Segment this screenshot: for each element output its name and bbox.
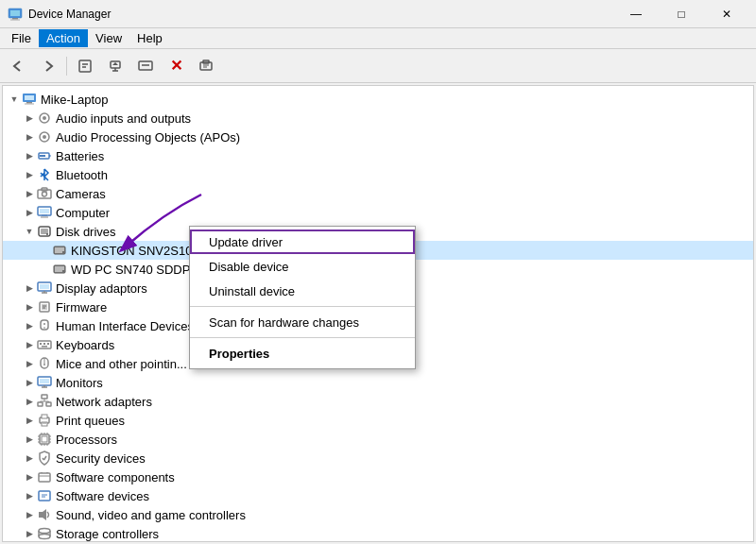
svg-line-92 xyxy=(44,456,47,460)
tree-bluetooth[interactable]: ▶ Bluetooth xyxy=(3,165,753,184)
tree-toggle-computer[interactable]: ▶ xyxy=(22,205,37,220)
bluetooth-icon xyxy=(37,167,52,182)
tree-batteries-label: Batteries xyxy=(56,149,104,163)
tree-toggle-audio[interactable]: ▶ xyxy=(22,110,37,126)
context-menu-update-driver[interactable]: Update driver xyxy=(190,230,415,254)
tree-firmware-label: Firmware xyxy=(56,300,107,314)
tree-toggle-batteries[interactable]: ▶ xyxy=(22,148,37,163)
tree-print[interactable]: ▶ Print queues xyxy=(3,411,753,430)
tree-toggle-sound[interactable]: ▶ xyxy=(22,507,37,522)
tree-monitors[interactable]: ▶ Monitors xyxy=(3,373,753,392)
menu-help[interactable]: Help xyxy=(129,29,170,47)
svg-rect-63 xyxy=(40,379,49,383)
window-controls: — □ ✕ xyxy=(614,0,748,28)
tree-apo-label: Audio Processing Objects (APOs) xyxy=(56,130,240,144)
svg-point-23 xyxy=(43,135,46,139)
tree-cameras[interactable]: ▶ Cameras xyxy=(3,184,753,203)
tree-toggle-bluetooth[interactable]: ▶ xyxy=(22,167,37,182)
firmware-icon xyxy=(37,299,52,314)
device-tree[interactable]: ▼ Mike-Laptop ▶ Audio inputs and out xyxy=(2,85,754,542)
tree-toggle-disk-drives[interactable]: ▼ xyxy=(22,224,37,239)
tree-toggle-storage[interactable]: ▶ xyxy=(22,526,37,541)
tree-mice-label: Mice and other pointin... xyxy=(56,357,187,371)
svg-point-101 xyxy=(39,529,50,534)
svg-rect-25 xyxy=(40,155,45,157)
tree-toggle-sw-components[interactable]: ▶ xyxy=(22,469,37,484)
title-bar: Device Manager — □ ✕ xyxy=(0,0,756,28)
app-icon xyxy=(8,7,23,22)
tree-toggle-sw-devices[interactable]: ▶ xyxy=(22,488,37,503)
maximize-button[interactable]: □ xyxy=(660,0,703,28)
menu-action[interactable]: Action xyxy=(39,29,88,47)
toolbar-add-driver[interactable] xyxy=(192,53,220,79)
tree-disk-drives-label: Disk drives xyxy=(56,225,116,239)
tree-toggle-monitors[interactable]: ▶ xyxy=(22,375,37,390)
tree-root-label: Mike-Laptop xyxy=(41,93,109,107)
tree-toggle-firmware[interactable]: ▶ xyxy=(22,299,37,314)
tree-toggle-mice[interactable]: ▶ xyxy=(22,356,37,371)
toolbar-scan[interactable] xyxy=(131,53,160,79)
disk-drives-icon xyxy=(37,224,52,239)
main-content: ▼ Mike-Laptop ▶ Audio inputs and out xyxy=(0,83,756,544)
svg-rect-19 xyxy=(25,104,34,105)
context-menu-disable-device[interactable]: Disable device xyxy=(190,254,415,279)
tree-network[interactable]: ▶ Network adapters xyxy=(3,392,753,411)
svg-point-28 xyxy=(43,192,47,196)
toolbar-forward[interactable] xyxy=(34,53,62,79)
tree-toggle-print[interactable]: ▶ xyxy=(22,413,37,428)
window-title: Device Manager xyxy=(28,8,614,21)
tree-toggle-root[interactable]: ▼ xyxy=(7,92,22,107)
hid-icon xyxy=(37,318,52,333)
close-button[interactable]: ✕ xyxy=(705,0,748,28)
tree-security[interactable]: ▶ Security devices xyxy=(3,449,753,468)
context-menu-sep1 xyxy=(190,306,415,307)
tree-monitors-label: Monitors xyxy=(56,376,103,390)
tree-toggle-keyboards[interactable]: ▶ xyxy=(22,337,37,352)
svg-point-52 xyxy=(43,323,45,325)
svg-rect-1 xyxy=(10,10,20,16)
tree-storage[interactable]: ▶ Storage controllers xyxy=(3,524,753,542)
svg-rect-68 xyxy=(46,402,51,406)
tree-toggle-hid[interactable]: ▶ xyxy=(22,318,37,333)
tree-toggle-network[interactable]: ▶ xyxy=(22,394,37,409)
menu-view[interactable]: View xyxy=(88,29,129,47)
svg-rect-100 xyxy=(39,512,43,518)
tree-sw-devices[interactable]: ▶ Software devices xyxy=(3,486,753,505)
svg-rect-66 xyxy=(42,395,47,399)
menu-bar: File Action View Help xyxy=(0,28,756,49)
svg-rect-58 xyxy=(42,346,47,348)
tree-apo[interactable]: ▶ Audio Processing Objects (APOs) xyxy=(3,128,753,146)
menu-file[interactable]: File xyxy=(4,29,39,47)
tree-root[interactable]: ▼ Mike-Laptop xyxy=(3,90,753,109)
tree-toggle-apo[interactable]: ▶ xyxy=(22,129,37,144)
tree-processors[interactable]: ▶ Proces xyxy=(3,430,753,449)
tree-toggle-security[interactable]: ▶ xyxy=(22,450,37,466)
tree-toggle-processors[interactable]: ▶ xyxy=(22,432,37,447)
tree-batteries[interactable]: ▶ Batteries xyxy=(3,146,753,165)
tree-audio-label: Audio inputs and outputs xyxy=(56,111,191,126)
context-menu-properties[interactable]: Properties xyxy=(190,341,415,366)
tree-toggle-cameras[interactable]: ▶ xyxy=(22,186,37,201)
tree-toggle-display[interactable]: ▶ xyxy=(22,280,37,296)
tree-audio[interactable]: ▶ Audio inputs and outputs xyxy=(3,109,753,128)
camera-icon xyxy=(37,186,52,201)
tree-computer[interactable]: ▶ Computer xyxy=(3,203,753,222)
context-menu-uninstall-device[interactable]: Uninstall device xyxy=(190,279,415,303)
svg-rect-18 xyxy=(26,102,32,104)
tree-sw-components-label: Software components xyxy=(56,470,175,484)
svg-rect-26 xyxy=(49,155,51,157)
context-menu-sep2 xyxy=(190,337,415,338)
computer-node-icon xyxy=(37,205,52,220)
tree-sw-devices-label: Software devices xyxy=(56,489,149,503)
toolbar-properties[interactable] xyxy=(71,53,99,79)
tree-sound[interactable]: ▶ Sound, video and game controllers xyxy=(3,505,753,524)
tree-kingston-label: KINGSTON SNV2S10... xyxy=(71,244,202,258)
svg-point-39 xyxy=(62,251,64,253)
toolbar-uninstall[interactable]: ✕ xyxy=(162,53,190,79)
tree-sw-components[interactable]: ▶ Software components xyxy=(3,468,753,486)
toolbar-update-driver[interactable] xyxy=(101,53,129,79)
minimize-button[interactable]: — xyxy=(614,0,658,28)
context-menu-scan-changes[interactable]: Scan for hardware changes xyxy=(190,310,415,334)
toolbar-back[interactable] xyxy=(4,53,32,79)
sw-devices-icon xyxy=(37,488,52,503)
